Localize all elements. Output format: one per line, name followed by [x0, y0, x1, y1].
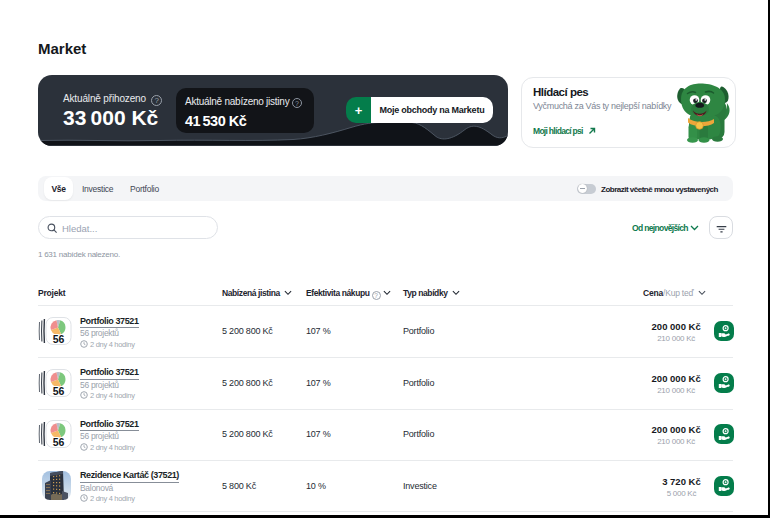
svg-text:56: 56 — [53, 384, 65, 396]
svg-text:56: 56 — [53, 333, 65, 345]
svg-text:56: 56 — [53, 436, 65, 448]
